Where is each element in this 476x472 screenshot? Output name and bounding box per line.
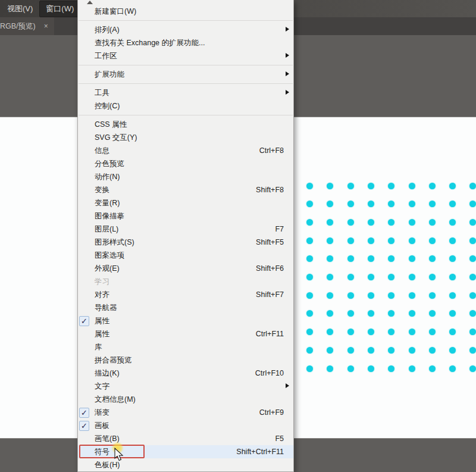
menu-item-label: 排列(A) xyxy=(95,25,120,35)
menu-item-label: 拼合器预览 xyxy=(95,355,132,365)
menu-item-label: 对齐 xyxy=(95,290,109,300)
menu-item[interactable]: ✓属性 xyxy=(78,314,293,327)
submenu-arrow-icon xyxy=(286,71,289,76)
menu-item-label: 图层(L) xyxy=(95,224,118,235)
window-menu: 新建窗口(W)排列(A)查找有关 Exchange 的扩展功能...工作区扩展功… xyxy=(77,0,294,472)
menu-separator xyxy=(78,18,293,23)
menu-item-label: 渐变 xyxy=(95,408,109,418)
menu-item-label: 外观(E) xyxy=(95,264,120,274)
menu-item[interactable]: 属性Ctrl+F11 xyxy=(78,327,293,340)
menu-item-label: 图形样式(S) xyxy=(95,237,134,248)
menu-item-label: CSS 属性 xyxy=(95,120,127,130)
document-tab[interactable]: RGB/预览) × xyxy=(0,17,54,35)
menu-item[interactable]: 排列(A) xyxy=(78,23,293,36)
menu-item-label: 新建窗口(W) xyxy=(95,7,136,17)
document-tab-label: RGB/预览) xyxy=(0,21,36,32)
menu-item[interactable]: 工具 xyxy=(78,86,293,99)
menu-separator xyxy=(78,81,293,86)
menu-item[interactable]: 图形样式(S)Shift+F5 xyxy=(78,236,293,249)
menu-item-shortcut: Ctrl+F10 xyxy=(255,369,284,377)
menu-item-label: 信息 xyxy=(95,146,109,156)
menu-item[interactable]: 图案选项 xyxy=(78,249,293,262)
menu-item-label: 属性 xyxy=(95,329,109,339)
menu-item-label: 文字 xyxy=(95,382,109,392)
menu-item-label: 画板 xyxy=(95,421,109,431)
menu-item-label: 分色预览 xyxy=(95,159,124,169)
menu-item[interactable]: 图像描摹 xyxy=(78,210,293,223)
submenu-arrow-icon xyxy=(286,383,289,388)
menu-item[interactable]: 工作区 xyxy=(78,49,293,62)
menu-item[interactable]: 变量(R) xyxy=(78,196,293,210)
menu-item-shortcut: Ctrl+F9 xyxy=(259,408,284,417)
menu-item-label: 学习 xyxy=(95,277,109,287)
scroll-up-icon xyxy=(87,1,93,4)
menu-item-label: 控制(C) xyxy=(95,101,120,111)
menu-item-label: 画笔(B) xyxy=(95,434,120,444)
menu-item-label: 符号 xyxy=(95,447,109,457)
menu-separator xyxy=(78,62,293,68)
menu-item[interactable]: 拼合器预览 xyxy=(78,354,293,367)
checkmark-icon: ✓ xyxy=(79,421,89,431)
menu-item-label: 属性 xyxy=(95,316,109,326)
submenu-arrow-icon xyxy=(286,90,289,95)
menu-item[interactable]: 文档信息(M) xyxy=(78,393,293,406)
menu-item-shortcut: F5 xyxy=(275,435,284,443)
menu-item-label: 动作(N) xyxy=(95,172,120,182)
menu-item[interactable]: 导航器 xyxy=(78,301,293,314)
menu-item-label: 描边(K) xyxy=(95,368,120,379)
menu-item-shortcut: Shift+F7 xyxy=(256,290,284,299)
menu-item[interactable]: 变换Shift+F8 xyxy=(78,183,293,196)
menu-item[interactable]: CSS 属性 xyxy=(78,118,293,131)
menu-item[interactable]: 库 xyxy=(78,340,293,354)
menu-item-label: 图像描摹 xyxy=(95,211,124,221)
submenu-arrow-icon xyxy=(286,27,289,32)
menu-item[interactable]: 文字 xyxy=(78,380,293,393)
menu-item-label: 导航器 xyxy=(95,303,117,313)
menu-item[interactable]: 信息Ctrl+F8 xyxy=(78,144,293,157)
menu-item-label: 工作区 xyxy=(95,51,117,61)
menu-item[interactable]: 查找有关 Exchange 的扩展功能... xyxy=(78,36,293,49)
menu-item-shortcut: Shift+F5 xyxy=(256,238,284,246)
menu-item[interactable]: 新建窗口(W) xyxy=(78,5,293,18)
menu-item[interactable]: 分色预览 xyxy=(78,157,293,170)
menu-item-shortcut: F7 xyxy=(275,225,284,233)
menu-item[interactable]: 学习 xyxy=(78,275,293,288)
menu-item[interactable]: 符号Shift+Ctrl+F11 xyxy=(78,445,293,458)
menu-item-label: 文档信息(M) xyxy=(95,395,136,405)
menu-item[interactable]: 图层(L)F7 xyxy=(78,223,293,236)
checkmark-icon: ✓ xyxy=(79,316,89,326)
menubar-item-window[interactable]: 窗口(W) xyxy=(40,1,80,17)
menu-item-label: 库 xyxy=(95,342,102,352)
menu-item-label: 变量(R) xyxy=(95,198,120,208)
menubar-item-view[interactable]: 视图(V) xyxy=(1,1,39,17)
menu-item-shortcut: Shift+F8 xyxy=(256,186,284,194)
menu-item-label: 色板(H) xyxy=(95,460,120,470)
checkmark-icon: ✓ xyxy=(79,408,89,418)
menu-item-label: 查找有关 Exchange 的扩展功能... xyxy=(95,38,205,48)
menu-item[interactable]: ✓渐变Ctrl+F9 xyxy=(78,406,293,419)
menu-separator xyxy=(78,112,293,118)
menu-item-shortcut: Shift+Ctrl+F11 xyxy=(236,448,284,456)
menu-item-shortcut: Shift+F6 xyxy=(256,264,284,273)
menu-item[interactable]: 扩展功能 xyxy=(78,68,293,81)
menu-item[interactable]: 画笔(B)F5 xyxy=(78,432,293,445)
menu-item[interactable]: 外观(E)Shift+F6 xyxy=(78,262,293,275)
menu-scroll-up[interactable] xyxy=(78,0,293,5)
window-menu-items: 新建窗口(W)排列(A)查找有关 Exchange 的扩展功能...工作区扩展功… xyxy=(78,5,293,471)
menu-item-label: 工具 xyxy=(95,88,109,98)
menu-item-label: 图案选项 xyxy=(95,251,124,261)
menu-item[interactable]: 描边(K)Ctrl+F10 xyxy=(78,367,293,380)
menu-item[interactable]: 动作(N) xyxy=(78,170,293,183)
menu-item-label: SVG 交互(Y) xyxy=(95,133,137,143)
close-icon[interactable]: × xyxy=(44,23,48,30)
submenu-arrow-icon xyxy=(286,53,289,58)
menu-item-shortcut: Ctrl+F11 xyxy=(256,330,284,338)
menu-item-label: 扩展功能 xyxy=(95,70,124,80)
menu-item-shortcut: Ctrl+F8 xyxy=(259,146,284,155)
menu-item[interactable]: 对齐Shift+F7 xyxy=(78,288,293,301)
menu-item[interactable]: ✓画板 xyxy=(78,419,293,432)
menu-item-label: 变换 xyxy=(95,185,109,195)
menu-item[interactable]: 色板(H) xyxy=(78,458,293,471)
menu-item[interactable]: SVG 交互(Y) xyxy=(78,131,293,144)
menu-item[interactable]: 控制(C) xyxy=(78,99,293,112)
